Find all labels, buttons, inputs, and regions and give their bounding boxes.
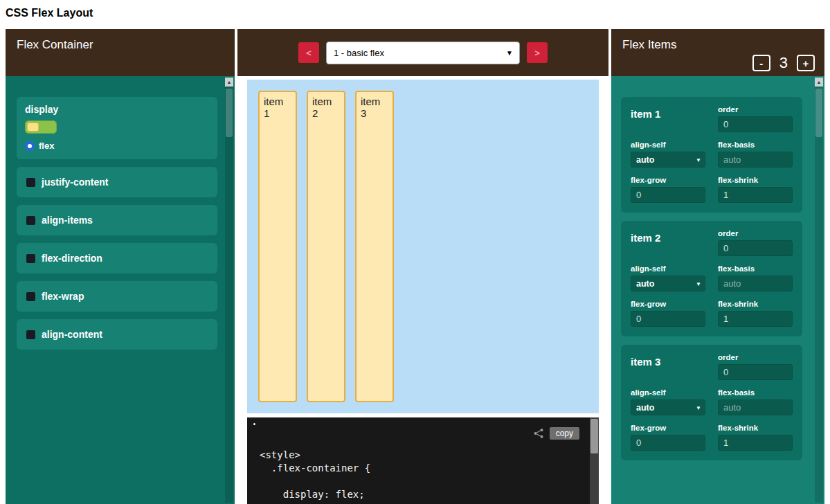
example-select-wrap: 1 - basic flex ▼ — [326, 42, 520, 64]
toggle-flex-wrap[interactable]: flex-wrap — [17, 281, 217, 312]
flex-basis-input[interactable] — [718, 152, 793, 168]
toggle-label: justify-content — [42, 177, 108, 188]
align-self-label: align-self — [631, 141, 705, 149]
flex-container-panel-body: display flex justify-content align-items — [6, 76, 235, 504]
toggle-align-items[interactable]: align-items — [17, 205, 217, 235]
flex-basis-label: flex-basis — [718, 141, 793, 149]
flex-shrink-field: flex-shrink — [718, 300, 793, 327]
main-columns: Flex Container display flex justify-cont… — [6, 29, 824, 504]
align-self-field: align-self auto ▼ — [631, 388, 705, 415]
flex-grow-field: flex-grow — [631, 300, 705, 327]
example-select[interactable]: 1 - basic flex — [326, 42, 520, 64]
flex-items-panel: Flex Items - 3 + item 1 order align-self — [611, 29, 824, 504]
flex-shrink-field: flex-shrink — [718, 176, 793, 203]
align-self-select[interactable]: auto — [631, 152, 705, 168]
right-panel-scrollbar[interactable]: ▲ — [815, 78, 823, 503]
toggle-justify-content[interactable]: justify-content — [17, 167, 217, 197]
flex-shrink-input[interactable] — [718, 187, 793, 203]
checkbox-icon[interactable] — [26, 216, 35, 225]
display-label: display — [25, 104, 209, 115]
align-self-select[interactable]: auto — [631, 276, 705, 291]
left-panel-scrollbar[interactable]: ▲ — [225, 78, 233, 503]
align-self-field: align-self auto ▼ — [631, 141, 705, 168]
flex-shrink-label: flex-shrink — [718, 300, 793, 308]
toggle-label: flex-direction — [42, 253, 102, 264]
flex-grow-input[interactable] — [631, 435, 705, 451]
flex-item-card: item 1 order align-self auto ▼ — [621, 97, 802, 213]
display-flex-radio-row[interactable]: flex — [25, 141, 209, 151]
display-section: display flex — [17, 97, 217, 159]
flex-radio[interactable] — [25, 141, 35, 151]
order-label: order — [718, 105, 793, 114]
toggle-label: align-content — [42, 329, 102, 340]
order-field: order — [718, 229, 793, 256]
copy-button[interactable]: copy — [550, 427, 579, 440]
flex-basis-input[interactable] — [718, 399, 793, 415]
order-input[interactable] — [718, 116, 793, 132]
toggle-flex-direction[interactable]: flex-direction — [17, 243, 217, 273]
flex-basis-field: flex-basis — [718, 141, 793, 168]
flex-item-card: item 3 order align-self auto ▼ — [621, 345, 802, 460]
order-field: order — [718, 353, 793, 380]
scroll-up-button[interactable]: ▲ — [815, 78, 823, 87]
prev-example-button[interactable]: < — [298, 42, 319, 63]
item-card-title: item 1 — [631, 105, 705, 132]
checkbox-icon[interactable] — [26, 178, 35, 187]
checkbox-icon[interactable] — [26, 292, 35, 301]
item-card-title: item 3 — [631, 353, 705, 380]
flex-container-panel-header: Flex Container — [6, 29, 235, 76]
order-label: order — [718, 353, 793, 361]
flex-basis-label: flex-basis — [718, 264, 793, 273]
flex-grow-input[interactable] — [631, 311, 705, 327]
app-title: CSS Flex Layout — [0, 0, 830, 29]
flex-radio-label: flex — [39, 141, 54, 151]
code-panel: copy <style> .flex-container { display: … — [247, 417, 599, 504]
flex-shrink-label: flex-shrink — [718, 424, 793, 432]
cursor-dot — [253, 423, 255, 425]
order-label: order — [718, 229, 793, 237]
flex-grow-field: flex-grow — [631, 176, 705, 203]
flex-grow-label: flex-grow — [631, 176, 705, 184]
flex-items-panel-title: Flex Items — [622, 38, 676, 51]
flex-grow-field: flex-grow — [631, 424, 705, 451]
flex-basis-label: flex-basis — [718, 388, 793, 397]
display-toggle[interactable] — [25, 120, 57, 134]
flex-shrink-input[interactable] — [718, 311, 793, 327]
flex-items-panel-header: Flex Items - 3 + — [611, 29, 824, 76]
flex-item: item 2 — [307, 91, 345, 402]
add-item-button[interactable]: + — [797, 55, 815, 71]
scroll-thumb[interactable] — [815, 89, 822, 137]
preview-column: < 1 - basic flex ▼ > item 1 item 2 item … — [237, 29, 608, 504]
flex-items-panel-body: item 1 order align-self auto ▼ — [611, 76, 824, 504]
checkbox-icon[interactable] — [26, 330, 35, 339]
flex-item: item 3 — [355, 91, 394, 402]
toggle-knob — [27, 123, 39, 132]
remove-item-button[interactable]: - — [752, 55, 770, 71]
order-input[interactable] — [718, 240, 793, 256]
next-example-button[interactable]: > — [527, 42, 548, 63]
code-toolbar: copy — [533, 427, 579, 440]
share-icon[interactable] — [533, 428, 544, 439]
order-field: order — [718, 105, 793, 132]
align-self-field: align-self auto ▼ — [631, 264, 705, 291]
flex-shrink-field: flex-shrink — [718, 424, 793, 451]
align-self-select[interactable]: auto — [631, 399, 705, 415]
flex-basis-field: flex-basis — [718, 388, 793, 415]
example-nav-bar: < 1 - basic flex ▼ > — [237, 29, 608, 76]
scroll-thumb[interactable] — [226, 89, 233, 137]
scroll-up-button[interactable]: ▲ — [225, 78, 233, 87]
flex-item: item 1 — [258, 91, 297, 402]
toggle-align-content[interactable]: align-content — [17, 319, 217, 350]
flex-shrink-input[interactable] — [718, 435, 793, 451]
flex-container-panel-title: Flex Container — [17, 38, 93, 51]
flex-basis-input[interactable] — [718, 276, 793, 291]
flex-item-card: item 2 order align-self auto ▼ — [621, 221, 802, 336]
checkbox-icon[interactable] — [26, 254, 35, 263]
flex-grow-label: flex-grow — [631, 424, 705, 432]
code-scrollbar[interactable] — [590, 417, 599, 504]
item-card-title: item 2 — [631, 229, 705, 256]
order-input[interactable] — [718, 364, 793, 380]
flex-grow-input[interactable] — [631, 187, 705, 203]
scroll-thumb[interactable] — [590, 419, 598, 453]
flex-basis-field: flex-basis — [718, 264, 793, 291]
